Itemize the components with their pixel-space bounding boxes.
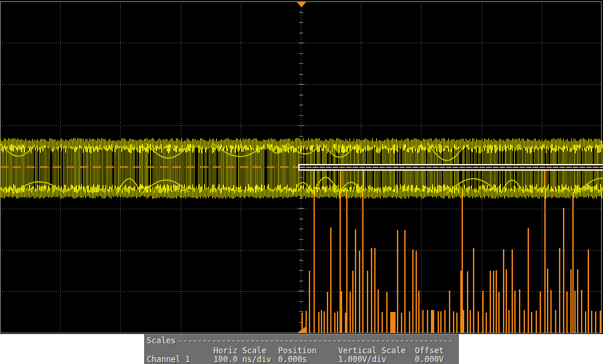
status-strip: Scales ---------------------------------…: [0, 334, 603, 364]
bus-marker-line: [299, 167, 603, 168]
header-vertical-scale: Vertical Scale: [338, 347, 406, 355]
channel1-offset-value: 0.000V: [415, 355, 444, 363]
scope-display: [0, 0, 603, 334]
scales-title: Scales: [147, 337, 175, 345]
channel1-position-value: 0.000s: [278, 355, 307, 363]
channel1-horiz-scale-value: 100.0 ns/div: [213, 355, 271, 363]
header-offset: Offset: [415, 347, 444, 355]
header-horiz-scale: Horiz Scale: [213, 347, 266, 355]
scales-divider: ----------------------------------------…: [178, 337, 453, 345]
bus-marker-bar: [298, 164, 603, 171]
channel1-label: Channel 1: [147, 355, 190, 363]
header-position: Position: [278, 347, 317, 355]
trigger-marker-icon[interactable]: [297, 2, 306, 7]
channel1-vertical-scale-value: 1.000V/div: [338, 355, 386, 363]
oscilloscope-screen: Scales ---------------------------------…: [0, 0, 603, 364]
scales-panel: Scales ---------------------------------…: [144, 334, 459, 364]
